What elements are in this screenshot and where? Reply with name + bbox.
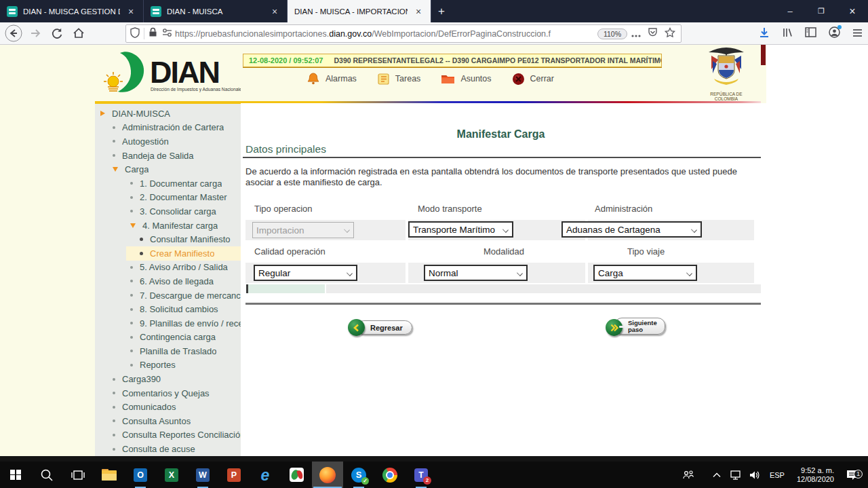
chevron-down-icon xyxy=(517,270,523,276)
file-explorer-button[interactable] xyxy=(94,462,125,488)
tray-chevron-up-icon[interactable] xyxy=(707,472,726,478)
chrome-button[interactable] xyxy=(374,462,406,488)
tareas-button[interactable]: Tareas xyxy=(377,73,421,86)
progress-strip xyxy=(246,284,325,293)
lock-icon[interactable] xyxy=(149,27,157,40)
sidebar-item-bandeja-salida[interactable]: Bandeja de Salida xyxy=(95,149,241,163)
sidebar-item-contingencia-carga[interactable]: Contingencia carga xyxy=(95,331,241,345)
swoosh-icon xyxy=(118,52,144,92)
modalidad-select[interactable]: Normal xyxy=(424,265,528,281)
modo-transporte-select[interactable]: Transporte Marítimo xyxy=(408,221,513,238)
bullet-icon xyxy=(113,434,115,436)
tab-close-icon[interactable]: × xyxy=(269,6,280,17)
sidebar-item-solicitud-cambios[interactable]: 8. Solicitud cambios xyxy=(95,302,241,316)
window-minimize-button[interactable] xyxy=(774,0,806,22)
browser-tab-1[interactable]: DIAN - MUISCA GESTION DE E × xyxy=(0,0,144,22)
sidebar-item-crear-manifiesto-active[interactable]: Crear Manifiesto xyxy=(126,246,241,261)
address-bar[interactable]: https://pruebasfuncionalesimportaciones.… xyxy=(125,24,682,43)
excel-button[interactable]: X xyxy=(156,462,187,488)
pocket-icon[interactable] xyxy=(648,27,658,40)
window-restore-button[interactable] xyxy=(806,0,837,22)
permissions-icon[interactable] xyxy=(162,28,172,40)
sidebar-item-reportes[interactable]: Reportes xyxy=(95,358,241,373)
session-user-info: D390 REPRESENTANTELEGAL2 -- D390 CARGAIM… xyxy=(334,56,662,64)
tab-close-icon[interactable]: × xyxy=(125,6,136,17)
page-actions-icon[interactable] xyxy=(631,28,641,40)
reload-button[interactable] xyxy=(46,23,68,43)
cerrar-button[interactable]: Cerrar xyxy=(512,73,554,86)
new-tab-button[interactable] xyxy=(431,0,452,22)
alarmas-button[interactable]: Alarmas xyxy=(307,72,357,86)
tipo-viaje-select[interactable]: Carga xyxy=(593,265,697,281)
powerpoint-button[interactable]: P xyxy=(218,462,250,488)
internet-explorer-icon: e xyxy=(261,468,270,482)
back-button[interactable] xyxy=(3,23,24,43)
sidebar-item-planilla-traslado[interactable]: Planilla de Traslado xyxy=(95,344,241,358)
firefox-account-icon[interactable] xyxy=(829,26,840,41)
home-button[interactable] xyxy=(68,23,90,43)
window-bottom-edge xyxy=(0,456,868,462)
color-app-button[interactable] xyxy=(281,462,312,488)
bullet-icon xyxy=(130,364,133,367)
administracion-select[interactable]: Aduanas de Cartagena xyxy=(561,221,702,238)
people-icon[interactable] xyxy=(679,470,698,480)
sidebar-item-comunicados[interactable]: Comunicados xyxy=(95,400,241,414)
tracking-shield-icon[interactable] xyxy=(130,27,140,41)
field-label-modalidad: Modalidad xyxy=(484,246,524,257)
start-button[interactable] xyxy=(0,462,31,488)
sidebar-item-carga[interactable]: Carga xyxy=(95,162,241,176)
sidebar-item-carga390[interactable]: Carga390 xyxy=(95,372,241,386)
network-icon[interactable] xyxy=(726,470,745,480)
sidebar-item-consultar-manifiesto[interactable]: Consultar Manifiesto xyxy=(95,232,241,246)
sidebar-item-aviso-arribo[interactable]: 5. Aviso Arribo / Salida xyxy=(95,261,241,275)
sidebar-item-consulta-reportes[interactable]: Consulta Reportes Conciliación xyxy=(95,428,241,443)
tab-close-icon[interactable]: × xyxy=(413,6,424,17)
language-indicator[interactable]: ESP xyxy=(770,471,785,479)
action-center-button[interactable]: 1 xyxy=(841,469,864,481)
sidebar-item-manifestar-carga[interactable]: 4. Manifestar carga xyxy=(95,219,241,233)
sidebar-item-comentarios-quejas[interactable]: Comentarios y Quejas xyxy=(95,386,241,400)
sidebar-item-documentar-carga[interactable]: 1. Documentar carga xyxy=(95,176,241,191)
sidebar-item-aviso-llegada[interactable]: 6. Aviso de llegada xyxy=(95,274,241,288)
teams-button[interactable]: T2 xyxy=(406,462,437,488)
browser-titlebar: DIAN - MUISCA GESTION DE E × DIAN - MUIS… xyxy=(0,0,868,22)
sidebar-item-consulta-asuntos[interactable]: Consulta Asuntos xyxy=(95,414,241,428)
forward-button[interactable] xyxy=(24,23,46,43)
browser-tab-3-active[interactable]: DIAN - MUISCA - IMPORTACION × xyxy=(288,0,431,22)
firefox-icon xyxy=(319,467,336,483)
outlook-button[interactable]: O xyxy=(125,462,156,488)
dian-logo[interactable]: DIAN Dirección de Impuestos y Aduanas Na… xyxy=(98,52,241,96)
menu-hamburger-icon[interactable] xyxy=(852,28,863,40)
skype-button[interactable]: S✓ xyxy=(343,462,374,488)
sidebar-item-autogestion[interactable]: Autogestión xyxy=(95,134,241,149)
calidad-operacion-select[interactable]: Regular xyxy=(254,265,357,281)
sidebar-item-planillas-envio[interactable]: 9. Planillas de envío / recepc xyxy=(95,316,241,331)
close-session-icon xyxy=(512,73,525,86)
field-label-calidad-operacion: Calidad operación xyxy=(254,246,326,257)
bookmark-star-icon[interactable] xyxy=(665,27,675,40)
page-title: Manifestar Carga xyxy=(241,128,761,140)
window-close-button[interactable] xyxy=(837,0,868,22)
sidebar-item-documentar-master[interactable]: 2. Documentar Master xyxy=(95,191,241,205)
sidebar-item-administracion-cartera[interactable]: Administración de Cartera xyxy=(95,121,241,135)
sidebar-item-descargue-mercancias[interactable]: 7. Descargue de mercancías xyxy=(95,288,241,303)
internet-explorer-button[interactable]: e xyxy=(250,462,281,488)
sidebar-item-consolidar-carga[interactable]: 3. Consolidar carga xyxy=(95,204,241,219)
clock[interactable]: 9:52 a. m. 12/08/2020 xyxy=(797,466,834,484)
downloads-icon[interactable] xyxy=(759,27,770,41)
sidebar-item-consulta-acuse[interactable]: Consulta de acuse xyxy=(95,442,241,456)
taskbar-search-button[interactable] xyxy=(31,462,62,488)
task-view-button[interactable] xyxy=(62,462,94,488)
word-button[interactable]: W xyxy=(187,462,218,488)
zoom-level-badge[interactable]: 110% xyxy=(597,29,627,39)
sidebar-item-dian-muisca[interactable]: DIAN-MUISCA xyxy=(95,107,241,121)
field-label-administracion: Administración xyxy=(595,204,652,214)
sidebar-toggle-icon[interactable] xyxy=(805,27,816,40)
speaker-icon[interactable] xyxy=(745,470,764,480)
asuntos-button[interactable]: Asuntos xyxy=(441,73,491,85)
firefox-button-active[interactable] xyxy=(312,462,343,488)
session-banner: 12-08-2020 / 09:52:07 D390 REPRESENTANTE… xyxy=(243,54,662,67)
browser-tab-2[interactable]: DIAN - MUISCA × xyxy=(144,0,288,22)
library-icon[interactable] xyxy=(782,27,793,41)
bullet-icon xyxy=(113,126,115,129)
